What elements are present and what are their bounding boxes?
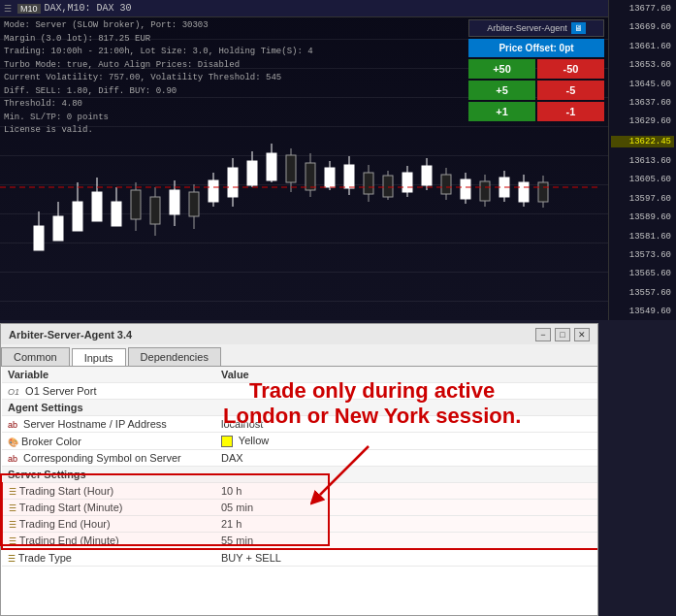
variable-cell: ☰ Trade Type [2, 549, 215, 567]
price-label: 13669.60 [611, 22, 674, 32]
arbiter-title: Arbiter-Server-Agent 🖥 [468, 19, 604, 37]
value-cell: BUY + SELL [215, 549, 597, 567]
table-row: 🎨 Broker Color Yellow [2, 433, 597, 450]
chart-titlebar: ☰ M10 DAX,M10: DAX 30 [0, 0, 608, 17]
svg-rect-17 [189, 192, 199, 216]
chart-info: Mode: Server (SLOW broker), Port: 30303 … [4, 19, 313, 138]
maximize-button[interactable]: □ [555, 328, 570, 341]
tab-inputs[interactable]: Inputs [72, 348, 126, 367]
offset-row-1: +1 -1 [468, 102, 604, 121]
svg-rect-39 [402, 173, 412, 192]
price-offset-button[interactable]: Price Offset: 0pt [468, 39, 604, 57]
price-label: 13637.60 [611, 98, 674, 108]
price-label: 13573.60 [611, 250, 674, 260]
svg-rect-23 [247, 161, 257, 185]
variable-cell: ab Server Hostname / IP Address [2, 416, 215, 433]
offset-row-50: +50 -50 [468, 59, 604, 79]
price-label: 13581.60 [611, 232, 674, 242]
server-port-label: O1 O1 Server Port [2, 383, 215, 400]
chart-title: DAX,M10: DAX 30 [45, 3, 132, 14]
variable-cell: ab Corresponding Symbol on Server [2, 450, 215, 467]
agent-icon: 🖥 [571, 22, 586, 34]
price-label: 13613.60 [611, 156, 674, 166]
arbiter-title-text: Arbiter-Server-Agent [487, 23, 567, 33]
table-row: ☰ Trade Type BUY + SELL [2, 549, 597, 567]
svg-rect-1 [34, 226, 44, 250]
price-label: 13645.60 [611, 80, 674, 89]
window-title: Arbiter-Server-Agent 3.4 [9, 329, 535, 340]
value-cell: Yellow [215, 433, 597, 450]
svg-rect-29 [306, 163, 315, 190]
color-value: Yellow [239, 435, 269, 446]
price-labels: 13677.60 13669.60 13661.60 13653.60 1364… [608, 0, 676, 320]
color-swatch [221, 436, 233, 447]
svg-rect-19 [209, 180, 218, 202]
svg-rect-41 [422, 166, 432, 185]
svg-rect-15 [170, 190, 179, 214]
svg-rect-51 [519, 182, 529, 202]
svg-rect-11 [131, 190, 141, 219]
offset-row-5: +5 -5 [468, 81, 604, 100]
price-label: 13653.60 [611, 60, 674, 70]
price-label: 13557.60 [611, 288, 674, 298]
svg-rect-45 [461, 179, 470, 199]
svg-rect-25 [267, 153, 276, 180]
svg-rect-5 [73, 202, 82, 231]
price-label: 13629.60 [611, 116, 674, 126]
close-button[interactable]: ✕ [574, 328, 590, 341]
svg-rect-31 [325, 168, 335, 187]
minimize-button[interactable]: − [535, 328, 551, 341]
svg-rect-27 [286, 155, 296, 182]
svg-rect-33 [344, 165, 354, 188]
window-titlebar: Arbiter-Server-Agent 3.4 − □ ✕ [0, 323, 598, 344]
svg-rect-43 [441, 175, 451, 194]
minus1-button[interactable]: -1 [537, 102, 604, 121]
value-cell: DAX [215, 450, 597, 467]
chart-area: ☰ M10 DAX,M10: DAX 30 Mode: Server (SLOW… [0, 0, 676, 320]
server-port-text: O1 Server Port [25, 385, 96, 397]
svg-rect-35 [364, 173, 373, 194]
plus1-button[interactable]: +1 [468, 102, 535, 121]
svg-rect-9 [112, 202, 121, 226]
price-label: 13565.60 [611, 269, 674, 278]
arbiter-panel: Arbiter-Server-Agent 🖥 Price Offset: 0pt… [468, 19, 604, 121]
variable-label: Broker Color [21, 436, 81, 447]
svg-rect-21 [228, 168, 238, 197]
svg-rect-47 [480, 181, 490, 201]
svg-rect-3 [53, 216, 63, 241]
table-row: ab Server Hostname / IP Address localhos… [2, 416, 597, 433]
price-label: 13661.60 [611, 42, 674, 51]
price-label: 13589.60 [611, 212, 674, 222]
variable-label: Server Hostname / IP Address [23, 418, 167, 430]
svg-rect-53 [538, 182, 548, 202]
minus5-button[interactable]: -5 [537, 81, 604, 100]
minus50-button[interactable]: -50 [537, 59, 604, 79]
agent-settings-header-row: Agent Settings [2, 400, 597, 416]
highlight-price-label: 13622.45 [611, 136, 674, 147]
plus50-button[interactable]: +50 [468, 59, 535, 79]
variable-label: Corresponding Symbol on Server [23, 452, 181, 464]
tab-dependencies[interactable]: Dependencies [128, 347, 221, 366]
highlight-box [0, 473, 330, 546]
table-row: ab Corresponding Symbol on Server DAX [2, 450, 597, 467]
price-label: 13597.60 [611, 194, 674, 204]
color-icon: 🎨 [8, 438, 18, 447]
type-indicator: ab [8, 454, 17, 464]
price-label: 13605.60 [611, 175, 674, 184]
type-indicator: ab [8, 420, 17, 430]
tabs-bar: Common Inputs Dependencies [0, 344, 598, 366]
window-controls: − □ ✕ [535, 328, 590, 341]
value-cell: localhost [215, 416, 597, 433]
server-port-value [215, 383, 597, 400]
price-label: 13677.60 [611, 4, 674, 14]
tab-common[interactable]: Common [1, 347, 70, 366]
list-icon: ☰ [8, 554, 16, 564]
variable-cell: 🎨 Broker Color [2, 433, 215, 450]
svg-rect-13 [150, 197, 160, 224]
variable-label: Trade Type [18, 552, 72, 564]
price-label: 13549.60 [611, 307, 674, 316]
svg-rect-37 [383, 176, 393, 197]
col-variable-header: Variable [2, 367, 215, 383]
server-port-row: O1 O1 Server Port [2, 383, 597, 400]
plus5-button[interactable]: +5 [468, 81, 535, 100]
